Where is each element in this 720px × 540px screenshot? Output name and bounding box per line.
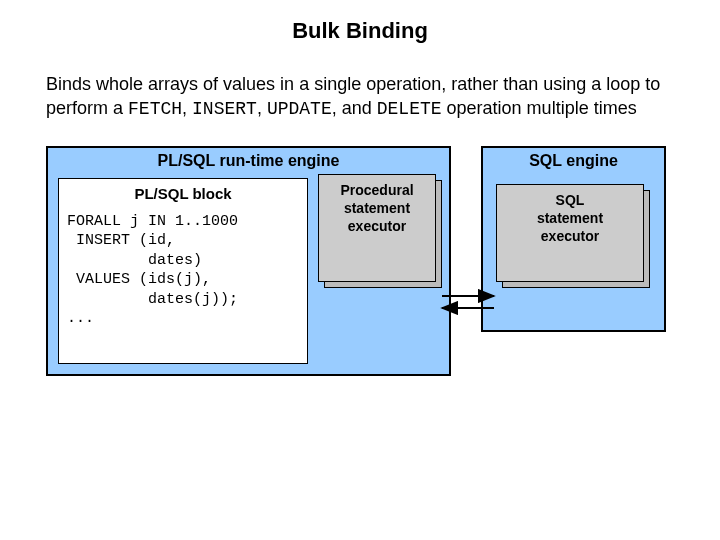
- plsql-engine-label: PL/SQL run-time engine: [48, 152, 449, 170]
- plsql-code: FORALL j IN 1..1000 INSERT (id, dates) V…: [67, 212, 299, 329]
- kw-delete: DELETE: [377, 99, 442, 119]
- sql-engine-label: SQL engine: [483, 152, 664, 170]
- kw-fetch: FETCH: [128, 99, 182, 119]
- page-title: Bulk Binding: [0, 18, 720, 44]
- desc-sep1: ,: [182, 98, 192, 118]
- desc-sep3: , and: [332, 98, 377, 118]
- kw-insert: INSERT: [192, 99, 257, 119]
- desc-suffix: operation multiple times: [442, 98, 637, 118]
- description: Binds whole arrays of values in a single…: [46, 72, 674, 122]
- sql-executor-label: SQL statement executor: [496, 184, 644, 282]
- kw-update: UPDATE: [267, 99, 332, 119]
- plsql-block-label: PL/SQL block: [67, 185, 299, 202]
- desc-sep2: ,: [257, 98, 267, 118]
- sql-executor-box: SQL statement executor: [496, 184, 650, 288]
- procedural-executor-label: Procedural statement executor: [318, 174, 436, 282]
- diagram: PL/SQL run-time engine PL/SQL block FORA…: [46, 146, 674, 406]
- procedural-executor-box: Procedural statement executor: [318, 174, 442, 288]
- plsql-block: PL/SQL block FORALL j IN 1..1000 INSERT …: [58, 178, 308, 364]
